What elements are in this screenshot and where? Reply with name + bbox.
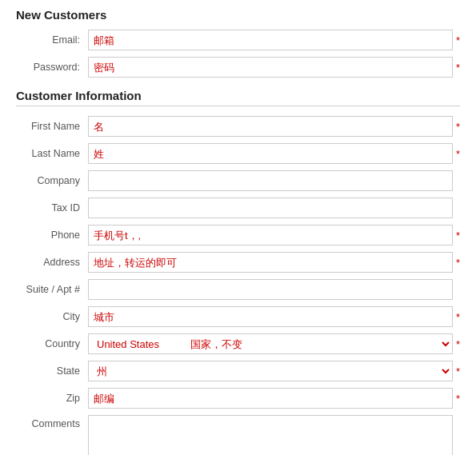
email-required: *: [456, 34, 460, 46]
suite-label: Suite / Apt #: [16, 284, 88, 295]
suite-input[interactable]: [88, 279, 453, 300]
password-group: Password: *: [16, 57, 460, 78]
email-label: Email:: [16, 34, 88, 46]
tax-id-input[interactable]: [88, 198, 453, 218]
country-select[interactable]: United States 国家，不变: [88, 333, 453, 354]
phone-input[interactable]: [88, 225, 453, 245]
first-name-input[interactable]: [88, 116, 453, 137]
tax-id-label: Tax ID: [16, 202, 88, 214]
comments-textarea[interactable]: [88, 415, 453, 455]
first-name-group: First Name *: [16, 116, 460, 137]
tax-id-group: Tax ID *: [16, 198, 460, 218]
address-label: Address: [16, 257, 88, 268]
country-group: Country United States 国家，不变 *: [16, 333, 460, 354]
company-label: Company: [16, 175, 88, 186]
address-required: *: [456, 257, 460, 269]
password-input[interactable]: [88, 57, 453, 78]
customer-info-title: Customer Information: [16, 89, 460, 102]
password-label: Password:: [16, 62, 88, 73]
password-required: *: [456, 62, 460, 74]
last-name-required: *: [456, 148, 460, 160]
city-required: *: [456, 311, 460, 323]
state-required: *: [456, 365, 460, 377]
suite-group: Suite / Apt # *: [16, 279, 460, 300]
address-input[interactable]: [88, 252, 453, 273]
country-required: *: [456, 338, 460, 350]
comments-label: Comments: [16, 415, 88, 429]
state-label: State: [16, 365, 88, 377]
country-label: Country: [16, 338, 88, 349]
zip-input[interactable]: [88, 388, 453, 409]
section-divider: [16, 106, 460, 106]
new-customers-title: New Customers: [16, 8, 460, 22]
company-input[interactable]: [88, 170, 453, 191]
phone-label: Phone: [16, 229, 88, 241]
first-name-label: First Name: [16, 121, 88, 132]
state-group: State 州 *: [16, 361, 460, 381]
company-group: Company *: [16, 170, 460, 191]
phone-group: Phone *: [16, 225, 460, 245]
email-input[interactable]: [88, 30, 453, 50]
city-label: City: [16, 311, 88, 322]
first-name-required: *: [456, 121, 460, 133]
address-group: Address *: [16, 252, 460, 273]
last-name-group: Last Name *: [16, 143, 460, 164]
phone-required: *: [456, 229, 460, 241]
zip-label: Zip: [16, 393, 88, 404]
comments-group: Comments *: [16, 415, 460, 455]
last-name-label: Last Name: [16, 148, 88, 159]
state-select[interactable]: 州: [88, 361, 453, 381]
email-group: Email: *: [16, 30, 460, 50]
zip-required: *: [456, 393, 460, 405]
city-input[interactable]: [88, 306, 453, 327]
city-group: City *: [16, 306, 460, 327]
last-name-input[interactable]: [88, 143, 453, 164]
zip-group: Zip *: [16, 388, 460, 409]
